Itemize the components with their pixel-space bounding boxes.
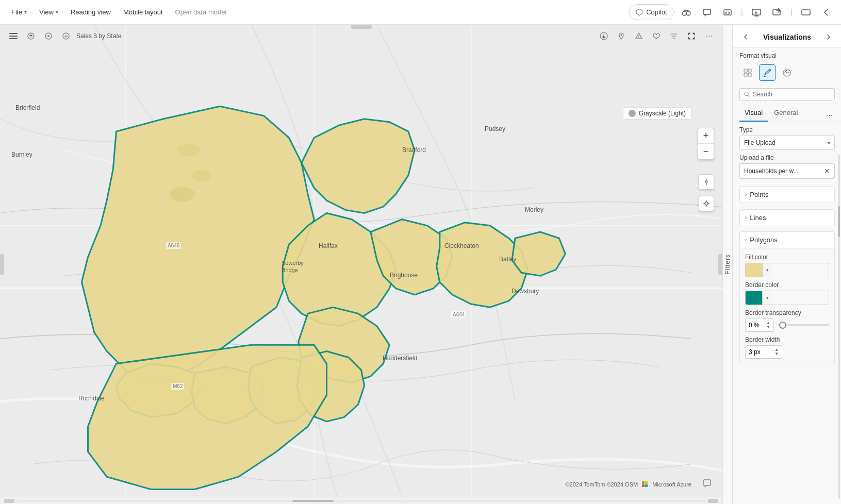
map-home-btn[interactable]	[59, 29, 73, 43]
map-pin-btn[interactable]	[614, 29, 629, 43]
svg-point-12	[621, 35, 622, 36]
format-visual-label: Format visual	[733, 48, 841, 61]
alert-icon	[635, 32, 643, 40]
map-filter-btn[interactable]	[667, 29, 681, 43]
lines-header[interactable]: › Lines	[740, 210, 834, 226]
viz-icon-bar	[733, 61, 841, 84]
scroll-right-btn[interactable]	[708, 499, 718, 503]
expand-right-icon	[825, 33, 832, 41]
map-alert-btn[interactable]	[632, 29, 646, 43]
stepper-down-btn[interactable]: ▼	[766, 325, 770, 329]
viz-search-box[interactable]	[739, 88, 835, 100]
hamburger-menu[interactable]	[6, 29, 21, 43]
reading-view-btn[interactable]: Reading view	[65, 5, 116, 19]
svg-rect-47	[645, 481, 648, 484]
transparency-stepper[interactable]: ▲ ▼	[766, 321, 770, 329]
transparency-slider[interactable]	[778, 324, 829, 326]
border-color-dropdown-arrow: ▾	[762, 291, 772, 305]
file-menu[interactable]: File ▾	[6, 5, 32, 19]
right-resize-handle[interactable]	[718, 254, 722, 275]
points-header[interactable]: › Points	[740, 187, 834, 203]
transparency-value: 0 %	[749, 322, 760, 329]
map-more-btn[interactable]: ···	[702, 29, 716, 43]
reading-view-label: Reading view	[71, 8, 111, 16]
back-btn[interactable]	[818, 4, 835, 21]
polygons-section: › Polygons Fill color ▾	[739, 231, 835, 364]
border-width-group: Border width 3 px ▲ ▼	[745, 336, 829, 359]
viz-format-icon-btn[interactable]	[759, 64, 776, 81]
border-color-swatch	[746, 291, 762, 305]
share2-btn[interactable]	[798, 4, 814, 21]
pin-icon	[617, 32, 625, 40]
svg-point-58	[786, 72, 788, 74]
upload-field: Households per w... ✕	[739, 163, 835, 179]
transparency-field[interactable]: 0 % ▲ ▼	[745, 318, 774, 332]
type-dropdown-value: File Upload	[744, 139, 776, 146]
polygons-label: Polygons	[750, 236, 777, 244]
points-label: Points	[750, 191, 768, 198]
tab-general[interactable]: General	[769, 105, 803, 122]
search-input[interactable]	[753, 91, 830, 98]
map-cursor-btn[interactable]	[41, 29, 56, 43]
panel-collapse-left-btn[interactable]	[739, 31, 752, 43]
view-menu[interactable]: View ▾	[34, 5, 63, 19]
map-expand-btn[interactable]	[684, 29, 699, 43]
map-up-btn[interactable]	[24, 29, 38, 43]
filters-tab-label: Filters	[724, 254, 731, 275]
svg-marker-35	[705, 179, 707, 185]
share-btn[interactable]	[769, 4, 785, 21]
top-resize-handle[interactable]	[351, 25, 372, 29]
viz-panel-title: Visualizations	[763, 33, 811, 41]
comment-btn[interactable]	[699, 4, 715, 21]
fill-color-label: Fill color	[745, 254, 829, 261]
zoom-in-btn[interactable]: +	[698, 128, 714, 144]
svg-rect-6	[802, 10, 810, 15]
svg-rect-45	[645, 484, 648, 487]
grayscale-label: Grayscale (Light)	[639, 110, 686, 117]
format-paint-icon	[763, 68, 772, 77]
zoom-out-btn[interactable]: −	[698, 144, 714, 159]
svg-point-9	[47, 35, 50, 37]
analytics-icon	[782, 68, 791, 77]
azure-icon	[642, 480, 650, 489]
tab-more-btn[interactable]: ...	[824, 107, 835, 120]
map-compass-btn[interactable]	[699, 174, 714, 190]
viz-analytics-icon-btn[interactable]	[779, 64, 795, 81]
viz-tabs: Visual General ...	[733, 105, 841, 122]
copilot-button[interactable]: ⬡ Copilot	[629, 4, 673, 20]
map-locate-btn[interactable]	[699, 196, 714, 211]
tab-visual[interactable]: Visual	[739, 105, 768, 122]
border-width-down-btn[interactable]: ▼	[774, 352, 779, 356]
type-dropdown[interactable]: File Upload ▾	[739, 136, 835, 150]
points-section: › Points	[739, 186, 835, 203]
upload-clear-btn[interactable]: ✕	[824, 167, 830, 175]
viz-panel: Visualizations Format visual	[733, 25, 841, 504]
panel-expand-right-btn[interactable]	[822, 31, 835, 43]
viz-panel-scrollbar-thumb[interactable]	[838, 206, 840, 237]
border-width-field[interactable]: 3 px ▲ ▼	[745, 345, 782, 359]
map-like-btn[interactable]	[649, 29, 664, 43]
svg-rect-2	[703, 9, 711, 14]
map-area: Sales $ by State	[0, 25, 722, 504]
polygons-header[interactable]: › Polygons	[739, 231, 835, 248]
left-resize-handle[interactable]	[0, 254, 4, 275]
lines-arrow-icon: ›	[745, 215, 747, 221]
scroll-left-btn[interactable]	[4, 499, 14, 503]
mobile-layout-btn[interactable]: Mobile layout	[118, 5, 168, 19]
viz-panel-scrollbar-track	[838, 155, 840, 499]
topbar: File ▾ View ▾ Reading view Mobile layout…	[0, 0, 841, 25]
fill-color-btn[interactable]: ▾	[745, 263, 829, 277]
share2-icon	[801, 8, 811, 17]
filters-tab[interactable]: Filters	[722, 25, 733, 504]
map-download-btn[interactable]	[597, 29, 611, 43]
viz-grid-icon-btn[interactable]	[739, 64, 756, 81]
fill-color-swatch	[746, 263, 762, 277]
binoculars-btn[interactable]	[678, 4, 695, 21]
present-btn[interactable]	[748, 4, 765, 21]
map-comment-btn[interactable]	[700, 476, 714, 491]
embed-btn[interactable]	[719, 4, 736, 21]
open-data-model-btn[interactable]: Open data model	[170, 5, 232, 19]
border-width-stepper[interactable]: ▲ ▼	[774, 348, 779, 356]
border-color-btn[interactable]: ▾	[745, 291, 829, 305]
svg-line-60	[748, 95, 749, 97]
